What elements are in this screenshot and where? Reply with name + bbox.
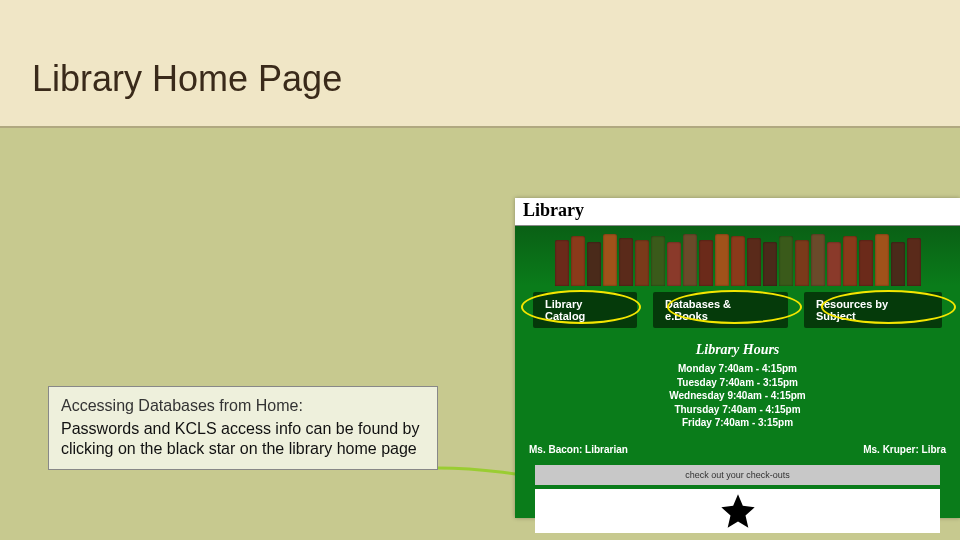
tab-row: Library Catalog Databases & e.Books Reso… [515, 286, 960, 334]
hours-title: Library Hours [515, 342, 960, 358]
library-hours: Library Hours Monday 7:40am - 4:15pm Tue… [515, 342, 960, 430]
star-row [535, 489, 940, 533]
checkouts-link[interactable]: check out your check-outs [535, 465, 940, 485]
callout-body: Passwords and KCLS access info can be fo… [61, 419, 425, 459]
slide: Library Home Page Accessing Databases fr… [0, 0, 960, 540]
staff-right: Ms. Kruper: Libra [863, 444, 946, 455]
library-header: Library [515, 198, 960, 226]
tab-databases-ebooks[interactable]: Databases & e.Books [653, 292, 788, 328]
slide-title: Library Home Page [32, 58, 342, 100]
hours-line: Monday 7:40am - 4:15pm [515, 362, 960, 376]
star-icon[interactable] [718, 491, 758, 531]
hours-line: Wednesday 9:40am - 4:15pm [515, 389, 960, 403]
tab-library-catalog[interactable]: Library Catalog [533, 292, 637, 328]
hours-line: Tuesday 7:40am - 3:15pm [515, 376, 960, 390]
hours-line: Thursday 7:40am - 4:15pm [515, 403, 960, 417]
hours-line: Friday 7:40am - 3:15pm [515, 416, 960, 430]
checkouts-label: check out your check-outs [685, 470, 790, 480]
library-page-embed: Library Library Catalog Databases & e.Bo… [515, 198, 960, 518]
books-banner [515, 226, 960, 286]
staff-left: Ms. Bacon: Librarian [529, 444, 628, 455]
callout-box: Accessing Databases from Home: Passwords… [48, 386, 438, 470]
staff-row: Ms. Bacon: Librarian Ms. Kruper: Libra [515, 430, 960, 455]
tab-resources-by-subject[interactable]: Resources by Subject [804, 292, 942, 328]
callout-heading: Accessing Databases from Home: [61, 397, 425, 415]
